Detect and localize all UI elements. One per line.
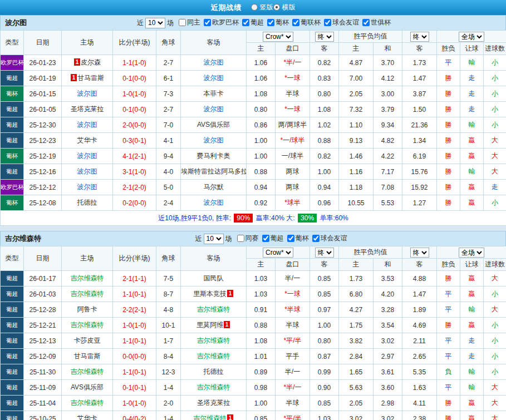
home-team-cell[interactable]: 艾华卡 [62,133,113,149]
checkbox-input[interactable] [312,235,320,242]
away-team-cell[interactable]: 国民队 [181,271,247,286]
date-cell: 25-12-30 [24,117,62,133]
home-team-cell[interactable]: 1甘马雷斯 [62,71,113,86]
away-team-cell[interactable]: 波尔图 [181,102,247,117]
checkbox-input[interactable] [292,19,299,26]
odds-end-select[interactable]: 终 [315,32,334,42]
checkbox-input[interactable] [324,19,331,26]
away-team-cell[interactable]: 吉尔维森特 [181,333,247,349]
date-cell: 25-12-19 [24,149,62,164]
checkbox-input[interactable] [267,19,274,26]
match-count-select[interactable]: 10 [145,18,165,28]
home-team-cell[interactable]: 波尔图 [62,86,113,102]
home-team-cell[interactable]: 波尔图 [62,149,113,164]
home-team-cell[interactable]: 吉尔维森特 [62,286,113,302]
filter-checkbox[interactable]: 葡杯 [287,234,309,243]
home-team-cell[interactable]: 1皮尔森 [62,55,113,71]
fullmatch-select[interactable]: 全场 [459,32,484,42]
away-team-cell[interactable]: 费马利卡奥 [181,149,247,164]
filter-checkbox[interactable]: 同赛 [237,234,259,243]
away-team-cell[interactable]: 圣塔克莱拉 [181,396,247,411]
checkbox-input[interactable] [262,235,269,242]
handicap-cell: 两/两球半 [276,117,310,133]
away-team-cell[interactable]: AVS俱乐部 [181,117,247,133]
away-team-cell[interactable]: 吉尔维森特 [181,302,247,318]
avg-win-cell: 1.65 [339,364,374,380]
away-team-cell[interactable]: 里莫阿维1 [181,318,247,333]
layout-radio-vertical[interactable]: 竖版 [251,3,273,12]
away-team-cell[interactable]: 托德拉 [181,364,247,380]
home-team-cell[interactable]: 甘马雷斯 [62,349,113,364]
home-odds-cell: 0.91 [247,302,276,318]
away-odds-cell: 0.88 [310,133,339,149]
fullmatch-select[interactable]: 全场 [459,248,484,258]
away-team-cell[interactable]: 吉尔维森特 [181,349,247,364]
home-team-cell[interactable]: 吉尔维森特 [62,364,113,380]
checkbox-input[interactable] [204,19,211,26]
away-team-cell[interactable]: 吉尔维森特1 [181,411,247,420]
away-team-cell[interactable]: 本菲卡 [181,86,247,102]
odds-company-select[interactable]: Crow* [263,32,293,42]
checkbox-input[interactable] [242,19,249,26]
home-team-cell[interactable]: 吉尔维森特 [62,318,113,333]
home-team-cell[interactable]: 吉尔维森特 [62,271,113,286]
avg-lose-cell: 1.34 [402,133,437,149]
filter-checkbox[interactable]: 欧罗巴杯 [204,18,239,27]
away-team-cell[interactable]: 里斯本竞技1 [181,286,247,302]
home-team-cell[interactable]: 托德拉 [62,195,113,211]
layout-radio-horizontal[interactable]: 横版 [273,3,296,12]
home-odds-cell: 1.06 [247,71,276,86]
home-team-cell[interactable]: 艾华卡 [62,411,113,420]
match-row: 葡超25-11-09AVS俱乐部0-1(0-1)1-4吉尔维森特0.98*半/一… [1,380,506,396]
filter-checkbox[interactable]: 葡超 [242,18,264,27]
league-cell: 葡超 [1,380,24,396]
checkbox-input[interactable] [179,19,186,26]
filter-checkbox[interactable]: 球会友谊 [312,234,347,243]
home-team-cell[interactable]: 波尔图 [62,180,113,195]
home-team-cell[interactable]: 卡莎皮亚 [62,333,113,349]
col-odds-away: 客 [310,259,339,271]
away-team-cell[interactable]: 吉尔维森特 [181,380,247,396]
home-team-cell[interactable]: 圣塔克莱拉 [62,102,113,117]
filter-checkbox[interactable]: 球会友谊 [324,18,359,27]
away-team-cell[interactable]: 波尔图 [181,195,247,211]
home-odds-cell: 1.01 [247,349,276,364]
away-team-cell[interactable]: 波尔图 [181,71,247,86]
avg-win-cell: 9.13 [339,133,374,149]
away-team-cell[interactable]: 波尔图 [181,133,247,149]
home-team-cell[interactable]: 波尔图 [62,164,113,180]
league-cell: 葡超 [1,102,24,117]
goals-result-cell: 小 [484,102,506,117]
filter-checkbox[interactable]: 世俱杯 [362,18,391,27]
home-team-cell[interactable]: 吉尔维森特 [62,396,113,411]
home-team-cell[interactable]: 阿鲁卡 [62,302,113,318]
red-card-badge: 1 [74,58,80,66]
home-odds-cell: 0.80 [247,102,276,117]
odds-end-select[interactable]: 终 [315,248,334,258]
match-count-select[interactable]: 10 [204,234,224,244]
col-score: 比分(半场) [113,246,156,271]
league-cell: 葡超 [1,271,24,286]
checkbox-input[interactable] [287,235,294,242]
avg-end-select[interactable]: 终 [410,32,429,42]
match-row: 葡超25-12-21吉尔维森特1-0(1-0)10-1里莫阿维10.88半球1.… [1,318,506,333]
filter-bar: 近 10 场 同主欧罗巴杯葡超葡杯葡联杯球会友谊世俱杯 [27,18,501,28]
away-team-cell[interactable]: 马尔默 [181,180,247,195]
avg-end-select[interactable]: 终 [410,248,429,258]
checkbox-input[interactable] [362,19,370,26]
filter-checkbox[interactable]: 葡联杯 [292,18,321,27]
score-cell: 2-1(1-1) [113,271,156,286]
date-cell: 25-11-30 [24,364,62,380]
home-team-cell[interactable]: 波尔图 [62,117,113,133]
filter-checkbox[interactable]: 同主 [179,18,200,27]
filter-checkbox[interactable]: 葡超 [262,234,284,243]
result-cell: 勝 [437,411,460,420]
filter-checkbox[interactable]: 葡杯 [267,18,289,27]
goals-result-cell: 小 [484,364,506,380]
checkbox-input[interactable] [237,235,244,242]
home-odds-cell: 0.86 [247,117,276,133]
home-team-cell[interactable]: AVS俱乐部 [62,380,113,396]
away-team-cell[interactable]: 波尔图 [181,55,247,71]
away-team-cell[interactable]: 埃斯特雷拉达阿马多拉 [181,164,247,180]
odds-company-select[interactable]: Crow* [263,248,293,258]
